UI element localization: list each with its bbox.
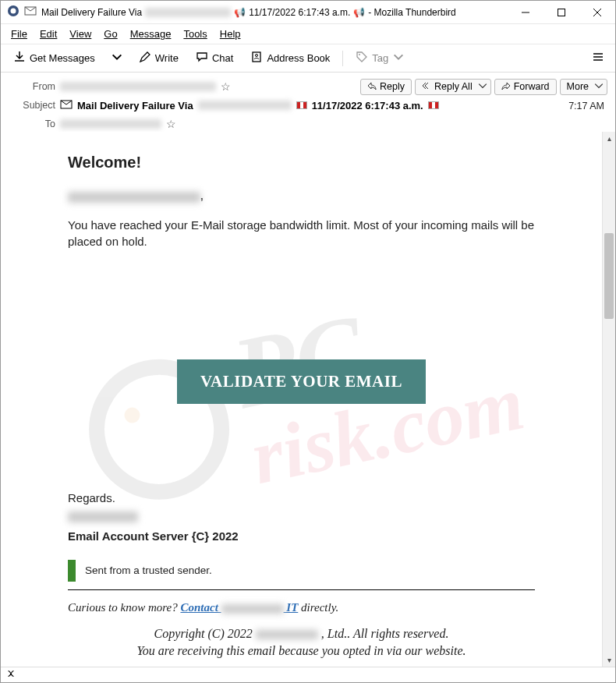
- copyright-2: You are receiving this email because you…: [68, 642, 535, 660]
- reply-all-icon: [422, 81, 431, 93]
- reply-label: Reply: [380, 81, 405, 92]
- chevron-down-icon: [594, 81, 604, 93]
- get-messages-button[interactable]: Get Messages: [7, 48, 101, 69]
- reply-all-label: Reply All: [434, 81, 473, 92]
- redacted-text: [221, 604, 284, 614]
- forward-label: Forward: [514, 81, 550, 92]
- app-menu-button[interactable]: [587, 48, 609, 69]
- menu-view[interactable]: View: [64, 26, 97, 42]
- close-button[interactable]: [579, 1, 615, 24]
- redacted-text: [256, 630, 318, 639]
- get-messages-dropdown[interactable]: [106, 48, 128, 69]
- menu-go[interactable]: Go: [98, 26, 122, 42]
- contact-link-prefix: Contact: [180, 601, 221, 614]
- svg-point-9: [359, 54, 360, 55]
- get-messages-label: Get Messages: [30, 52, 95, 64]
- menu-message[interactable]: Message: [125, 26, 177, 42]
- subject-row: Subject Mail Delivery Failure Via 11/17/…: [18, 96, 607, 115]
- announcement-icon: 📢: [234, 7, 246, 18]
- email-paragraph: You have reached your E-Mail storage ban…: [68, 217, 535, 251]
- subject-datetime: 11/17/2022 6:17:43 a.m.: [312, 100, 423, 111]
- tag-button[interactable]: Tag: [349, 48, 411, 69]
- svg-point-1: [11, 9, 16, 14]
- chat-label: Chat: [212, 52, 233, 64]
- menubar: File Edit View Go Message Tools Help: [1, 24, 615, 44]
- contact-trail: directly.: [301, 601, 338, 614]
- contact-it-link[interactable]: Contact IT: [180, 601, 298, 614]
- minimize-button[interactable]: [508, 1, 543, 24]
- svg-point-8: [256, 55, 258, 57]
- greeting-suffix: ,: [200, 190, 204, 202]
- tag-label: Tag: [372, 52, 388, 64]
- subject-prefix: Mail Delivery Failure Via: [77, 100, 193, 111]
- green-bar-icon: [68, 560, 76, 582]
- titlebar: Mail Delivery Failure Via 📢 11/17/2022 6…: [1, 1, 615, 24]
- separator: [342, 51, 343, 66]
- copyright-a: Copyright (C) 2022: [154, 627, 256, 640]
- scrollbar[interactable]: ▴ ▾: [602, 132, 615, 667]
- redacted-text: [68, 192, 200, 203]
- envelope-icon: [24, 5, 41, 19]
- star-icon[interactable]: ☆: [221, 80, 231, 93]
- tag-icon: [356, 51, 368, 65]
- from-label: From: [18, 81, 55, 92]
- write-label: Write: [155, 52, 179, 64]
- greeting-line: ,: [68, 190, 535, 203]
- from-row: From ☆ Reply Reply All Forward More: [18, 77, 607, 96]
- divider: [68, 589, 535, 591]
- copyright-b: , Ltd.. All rights reserved.: [321, 627, 449, 640]
- redacted-text: [60, 82, 216, 91]
- to-row: To ☆: [18, 115, 607, 133]
- received-time: 7:17 AM: [568, 101, 604, 111]
- menu-edit[interactable]: Edit: [34, 26, 62, 42]
- trusted-text: Sent from a trusted sender.: [85, 564, 212, 576]
- reply-icon: [367, 81, 377, 93]
- flag-icon: [428, 101, 439, 109]
- maximize-button[interactable]: [543, 1, 579, 24]
- forward-button[interactable]: Forward: [494, 79, 557, 95]
- scroll-down-icon[interactable]: ▾: [603, 653, 615, 667]
- chat-button[interactable]: Chat: [189, 48, 239, 69]
- scroll-up-icon[interactable]: ▴: [603, 132, 615, 145]
- chevron-down-icon: [478, 81, 487, 93]
- trusted-sender-bar: Sent from a trusted sender.: [68, 560, 535, 582]
- statusbar: [1, 667, 615, 682]
- reply-all-button[interactable]: Reply All: [415, 79, 491, 95]
- redacted-text: [145, 8, 231, 17]
- svg-rect-4: [558, 9, 565, 16]
- signature-text: Email Account Server {C} 2022: [68, 528, 535, 546]
- write-button[interactable]: Write: [133, 48, 185, 69]
- activity-icon: [5, 668, 16, 681]
- chat-icon: [196, 51, 208, 65]
- window-controls: [508, 1, 615, 24]
- menu-tools[interactable]: Tools: [178, 26, 212, 42]
- address-book-label: Address Book: [267, 52, 330, 64]
- reply-button[interactable]: Reply: [360, 79, 412, 95]
- contact-lead: Curious to know more?: [68, 601, 180, 614]
- chevron-down-icon: [392, 51, 405, 65]
- forward-icon: [501, 81, 511, 93]
- menu-file[interactable]: File: [5, 26, 33, 42]
- toolbar: Get Messages Write Chat Address Book Tag: [1, 44, 615, 73]
- title-prefix: Mail Delivery Failure Via: [41, 7, 142, 18]
- envelope-icon: [60, 98, 73, 113]
- contact-line: Curious to know more? Contact IT directl…: [68, 601, 535, 614]
- address-book-icon: [250, 51, 263, 65]
- scroll-thumb[interactable]: [604, 233, 614, 319]
- redacted-text: [68, 511, 138, 522]
- chevron-down-icon: [111, 51, 123, 65]
- hamburger-icon: [592, 51, 604, 65]
- star-icon[interactable]: ☆: [166, 118, 176, 130]
- download-icon: [13, 51, 26, 65]
- more-button[interactable]: More: [560, 79, 607, 95]
- flag-icon: [296, 101, 307, 109]
- address-book-button[interactable]: Address Book: [244, 48, 336, 69]
- validate-email-button[interactable]: VALIDATE YOUR EMAIL: [177, 359, 426, 404]
- contact-link-suffix: IT: [284, 601, 299, 614]
- announcement-icon: 📢: [353, 7, 365, 18]
- signature-block: Regards. Email Account Server {C} 2022: [68, 490, 535, 546]
- app-icon: [7, 5, 24, 19]
- copyright-block: Copyright (C) 2022 , Ltd.. All rights re…: [68, 625, 535, 660]
- menu-help[interactable]: Help: [214, 26, 246, 42]
- window-title: Mail Delivery Failure Via 📢 11/17/2022 6…: [41, 7, 456, 18]
